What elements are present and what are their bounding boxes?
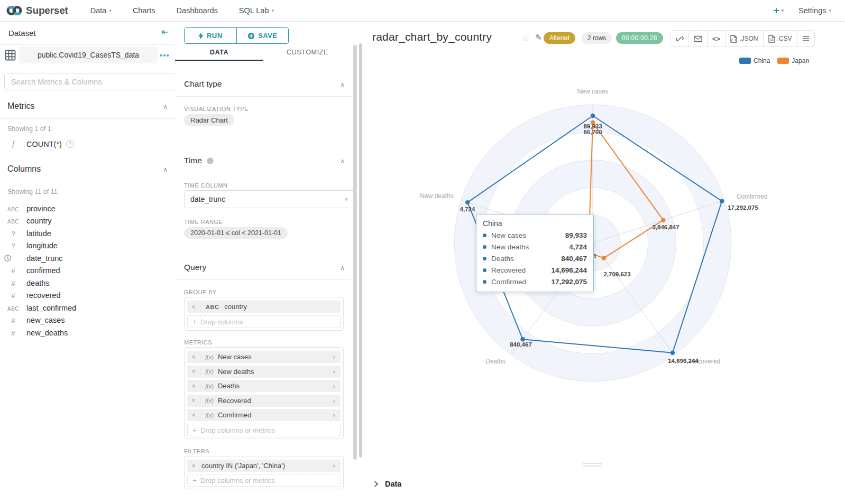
remove-icon[interactable]: × bbox=[187, 462, 200, 470]
series-dot-icon bbox=[483, 234, 486, 237]
collapse-panel-icon[interactable]: ⇤ bbox=[162, 27, 169, 37]
group-by-box: ×ABCcountry+Drop columns bbox=[184, 297, 344, 331]
tooltip-row: Deaths840,467 bbox=[483, 255, 587, 263]
metric-chip[interactable]: ×f(x)Deaths› bbox=[187, 380, 341, 392]
column-item-date_trunc[interactable]: date_trunc bbox=[4, 253, 163, 264]
divider bbox=[175, 279, 352, 280]
panel-tabs: DATA CUSTOMIZE bbox=[175, 45, 352, 61]
remove-icon[interactable]: × bbox=[187, 368, 200, 375]
metric-item[interactable]: fCOUNT(*)? bbox=[4, 138, 163, 150]
divider bbox=[0, 69, 175, 69]
metrics-section-header[interactable]: Metrics bbox=[7, 101, 35, 111]
data-results-toggle[interactable]: Data bbox=[359, 472, 845, 488]
chevron-up-icon[interactable]: ∧ bbox=[340, 81, 345, 88]
tab-data[interactable]: DATA bbox=[175, 45, 263, 61]
chevron-up-icon[interactable]: ∧ bbox=[340, 264, 345, 272]
metric-chip[interactable]: ×f(x)Comfirmed› bbox=[187, 409, 341, 421]
column-item-recovered[interactable]: #recovered bbox=[4, 290, 163, 301]
panel-resize-handle[interactable] bbox=[583, 463, 602, 468]
column-item-confirmed[interactable]: #confirmed bbox=[4, 265, 163, 276]
viz-type-pill[interactable]: Radar Chart bbox=[184, 114, 234, 126]
columns-count-text: Showing 11 of 11 bbox=[7, 188, 58, 195]
remove-icon[interactable]: × bbox=[187, 303, 200, 311]
nav-item-charts[interactable]: Charts bbox=[133, 6, 155, 15]
expand-chip-icon[interactable]: › bbox=[328, 462, 341, 470]
expand-chip-icon[interactable]: › bbox=[328, 411, 341, 419]
chevron-up-icon[interactable]: ∧ bbox=[340, 157, 345, 165]
remove-icon[interactable]: × bbox=[187, 353, 200, 361]
column-item-province[interactable]: ABCprovince bbox=[4, 203, 163, 214]
chart-type-header[interactable]: Chart type bbox=[184, 79, 222, 89]
expand-chip-icon[interactable]: › bbox=[328, 382, 341, 390]
chevron-up-icon[interactable]: ∧ bbox=[163, 166, 168, 173]
superset-infinity-icon bbox=[6, 5, 22, 16]
info-icon: i bbox=[207, 157, 214, 164]
control-panel-scrollbar[interactable] bbox=[353, 45, 357, 460]
radar-value-label: 2,709,623 bbox=[603, 271, 630, 277]
columns-section-header[interactable]: Columns bbox=[7, 164, 41, 174]
settings-menu[interactable]: Settings ▾ bbox=[798, 6, 831, 15]
column-item-country[interactable]: ABCcountry bbox=[4, 216, 163, 227]
divider bbox=[175, 173, 352, 173]
time-section-header[interactable]: Time i bbox=[184, 156, 214, 165]
save-button[interactable]: SAVE bbox=[237, 28, 289, 43]
time-range-pill[interactable]: 2020-01-01 ≤ col < 2021-01-01 bbox=[184, 227, 288, 239]
expand-chip-icon[interactable]: › bbox=[328, 397, 341, 405]
expand-chip-icon[interactable]: › bbox=[328, 368, 341, 376]
column-item-deaths[interactable]: #deaths bbox=[4, 277, 163, 288]
tab-customize[interactable]: CUSTOMIZE bbox=[263, 45, 352, 61]
expand-chip-icon[interactable]: › bbox=[328, 353, 341, 361]
chart-panel: radar_chart_by_country ☆ ✎ Altered 2 row… bbox=[359, 21, 845, 504]
data-results-footer: Data bbox=[359, 472, 845, 504]
superset-logo[interactable]: Superset bbox=[6, 5, 68, 16]
dataset-more-icon[interactable]: ••• bbox=[160, 51, 170, 60]
series-dot-icon bbox=[483, 280, 486, 284]
column-item-new_cases[interactable]: #new_cases bbox=[4, 315, 163, 326]
column-type-icon: # bbox=[4, 329, 22, 337]
group-by-chip[interactable]: ×ABCcountry bbox=[187, 301, 341, 313]
tooltip-series-name: China bbox=[483, 219, 587, 228]
chart-panel-scrollbar[interactable] bbox=[359, 43, 362, 458]
search-input[interactable] bbox=[4, 73, 176, 90]
metric-help-icon[interactable]: ? bbox=[66, 140, 74, 148]
remove-icon[interactable]: × bbox=[187, 397, 200, 404]
nav-item-data[interactable]: Data▾ bbox=[90, 6, 112, 15]
column-type-icon: ABC bbox=[4, 304, 22, 312]
remove-icon[interactable]: × bbox=[187, 382, 200, 390]
column-type-icon: # bbox=[4, 316, 22, 324]
settings-label: Settings bbox=[798, 6, 826, 15]
filter-chip[interactable]: ×country IN ('Japan', 'China')› bbox=[187, 460, 341, 472]
new-item-button[interactable]: + ▾ bbox=[773, 5, 784, 16]
time-column-select[interactable]: date_trunc ▼ bbox=[184, 190, 355, 208]
chevron-down-icon: ▾ bbox=[782, 8, 784, 13]
column-item-latitude[interactable]: ?latitude bbox=[4, 228, 163, 239]
dataset-name[interactable]: public.Covid19_CasesTS_data bbox=[19, 46, 158, 63]
metric-chip[interactable]: ×f(x)New cases› bbox=[187, 351, 341, 363]
chevron-up-icon[interactable]: ∧ bbox=[163, 103, 168, 110]
column-item-last_confirmed[interactable]: ABClast_confirmed bbox=[4, 302, 163, 313]
chevron-down-icon: ▼ bbox=[344, 197, 349, 202]
column-type-icon: # bbox=[4, 291, 22, 300]
drop-zone[interactable]: +Drop columns bbox=[187, 315, 341, 328]
nav-item-dashboards[interactable]: Dashboards bbox=[177, 6, 218, 15]
metric-chip[interactable]: ×f(x)New deaths› bbox=[187, 366, 341, 378]
remove-icon[interactable]: × bbox=[187, 412, 200, 419]
divider bbox=[0, 44, 175, 45]
column-type-icon: ABC bbox=[4, 217, 22, 225]
drop-zone[interactable]: +Drop columns or metrics bbox=[187, 474, 341, 487]
column-item-new_deaths[interactable]: #new_deaths bbox=[4, 327, 163, 338]
column-type-icon: # bbox=[4, 279, 22, 287]
top-navbar: Superset Data▾ChartsDashboardsSQL Lab▾ +… bbox=[0, 0, 845, 22]
run-button[interactable]: RUN bbox=[185, 28, 236, 43]
nav-menu: Data▾ChartsDashboardsSQL Lab▾ bbox=[90, 6, 274, 15]
drop-zone[interactable]: +Drop columns or metrics bbox=[187, 424, 341, 436]
divider bbox=[175, 96, 352, 97]
column-item-longitude[interactable]: ?longitude bbox=[4, 240, 163, 251]
query-section-header[interactable]: Query bbox=[184, 263, 206, 272]
metric-chip[interactable]: ×f(x)Recovered› bbox=[187, 395, 341, 407]
nav-item-sql-lab[interactable]: SQL Lab▾ bbox=[239, 6, 274, 15]
plus-icon: + bbox=[192, 476, 197, 484]
radar-value-label: 86,760 bbox=[583, 129, 602, 135]
column-type-icon: # bbox=[4, 266, 22, 275]
plus-icon: + bbox=[773, 5, 779, 16]
